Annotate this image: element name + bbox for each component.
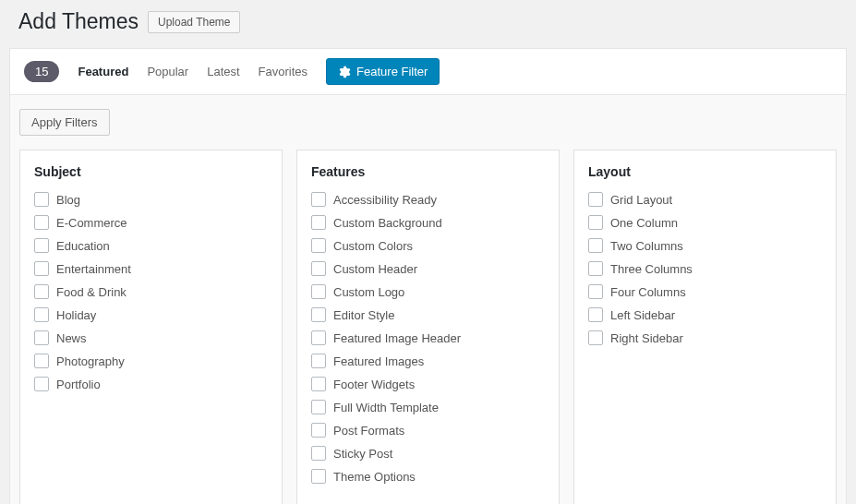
feature-filter-button[interactable]: Feature Filter — [326, 58, 440, 85]
filter-option-label: Grid Layout — [610, 193, 672, 207]
filter-checkbox[interactable] — [311, 354, 326, 368]
filter-checkbox[interactable] — [34, 238, 49, 253]
filter-option[interactable]: Entertainment — [34, 261, 268, 276]
tab-favorites[interactable]: Favorites — [259, 65, 307, 78]
filter-option[interactable]: Blog — [34, 192, 268, 207]
layout-list: Grid LayoutOne ColumnTwo ColumnsThree Co… — [588, 192, 822, 345]
filter-option[interactable]: Four Columns — [588, 284, 822, 299]
filter-checkbox[interactable] — [34, 192, 49, 207]
filter-checkbox[interactable] — [311, 400, 326, 414]
subject-column: Subject BlogE-CommerceEducationEntertain… — [19, 150, 283, 504]
filter-option[interactable]: Grid Layout — [588, 192, 822, 207]
filter-option[interactable]: Featured Image Header — [311, 330, 545, 345]
filter-option-label: Theme Options — [333, 470, 416, 484]
filter-option-label: Holiday — [56, 308, 96, 322]
filter-option[interactable]: E-Commerce — [34, 215, 268, 230]
filter-option[interactable]: Editor Style — [311, 307, 545, 322]
filter-checkbox[interactable] — [34, 215, 49, 230]
filter-option-label: Post Formats — [333, 424, 404, 438]
filter-checkbox[interactable] — [34, 330, 49, 345]
upload-theme-button[interactable]: Upload Theme — [148, 11, 241, 33]
filter-option-label: Food & Drink — [56, 285, 127, 299]
filter-option[interactable]: Custom Colors — [311, 238, 545, 253]
filter-checkbox[interactable] — [311, 192, 326, 207]
filter-option-label: One Column — [610, 216, 678, 230]
feature-filter-label: Feature Filter — [356, 65, 428, 78]
filter-option[interactable]: Holiday — [34, 307, 268, 322]
filter-option-label: Portfolio — [56, 378, 101, 391]
filter-option[interactable]: Left Sidebar — [588, 307, 822, 322]
filter-option-label: Featured Image Header — [333, 331, 461, 345]
filter-option-label: Custom Logo — [333, 285, 404, 299]
filter-checkbox[interactable] — [588, 307, 603, 322]
filter-option-label: Education — [56, 239, 110, 253]
filter-option-label: Full Width Template — [333, 401, 439, 414]
filter-option-label: Custom Background — [333, 216, 442, 230]
layout-title: Layout — [588, 164, 822, 179]
filter-checkbox[interactable] — [311, 238, 326, 253]
filter-checkbox[interactable] — [588, 261, 603, 276]
filter-option[interactable]: Theme Options — [311, 469, 545, 484]
subject-list: BlogE-CommerceEducationEntertainmentFood… — [34, 192, 268, 391]
apply-filters-button-top[interactable]: Apply Filters — [19, 109, 110, 136]
filter-checkbox[interactable] — [311, 284, 326, 299]
filter-option-label: Sticky Post — [333, 447, 392, 461]
filter-checkbox[interactable] — [311, 307, 326, 322]
filter-option-label: Four Columns — [610, 285, 686, 299]
layout-column: Layout Grid LayoutOne ColumnTwo ColumnsT… — [573, 150, 837, 504]
filter-option-label: E-Commerce — [56, 216, 127, 230]
filter-option[interactable]: News — [34, 330, 268, 345]
filter-checkbox[interactable] — [311, 261, 326, 276]
filter-checkbox[interactable] — [311, 423, 326, 438]
filter-option[interactable]: Post Formats — [311, 423, 545, 438]
filter-option[interactable]: Custom Header — [311, 261, 545, 276]
gear-icon — [338, 66, 351, 78]
filter-checkbox[interactable] — [588, 192, 603, 207]
filter-option[interactable]: Photography — [34, 354, 268, 368]
filter-option[interactable]: Sticky Post — [311, 446, 545, 461]
filter-checkbox[interactable] — [311, 469, 326, 484]
filter-option[interactable]: One Column — [588, 215, 822, 230]
filter-option[interactable]: Three Columns — [588, 261, 822, 276]
filter-option[interactable]: Custom Logo — [311, 284, 545, 299]
filter-checkbox[interactable] — [588, 330, 603, 345]
filter-checkbox[interactable] — [34, 354, 49, 368]
filter-option-label: Right Sidebar — [610, 331, 683, 345]
filter-option[interactable]: Featured Images — [311, 354, 545, 368]
filter-option-label: Featured Images — [333, 354, 424, 368]
features-list: Accessibility ReadyCustom BackgroundCust… — [311, 192, 545, 484]
tab-popular[interactable]: Popular — [147, 65, 188, 78]
filter-checkbox[interactable] — [311, 330, 326, 345]
filter-columns: Subject BlogE-CommerceEducationEntertain… — [19, 150, 837, 504]
filter-checkbox[interactable] — [588, 238, 603, 253]
filter-option[interactable]: Education — [34, 238, 268, 253]
filter-option-label: Editor Style — [333, 308, 394, 322]
filter-option[interactable]: Custom Background — [311, 215, 545, 230]
tab-featured[interactable]: Featured — [78, 65, 128, 78]
filter-checkbox[interactable] — [588, 284, 603, 299]
filters-area: Apply Filters Subject BlogE-CommerceEduc… — [9, 95, 847, 504]
filter-checkbox[interactable] — [34, 377, 49, 391]
filter-checkbox[interactable] — [311, 446, 326, 461]
filter-option[interactable]: Portfolio — [34, 377, 268, 391]
filter-option[interactable]: Full Width Template — [311, 400, 545, 414]
filter-option-label: Two Columns — [610, 239, 683, 253]
filter-option-label: Photography — [56, 354, 125, 368]
tab-latest[interactable]: Latest — [207, 65, 239, 78]
theme-count-badge: 15 — [24, 61, 59, 82]
filter-option[interactable]: Two Columns — [588, 238, 822, 253]
filter-checkbox[interactable] — [588, 215, 603, 230]
filter-checkbox[interactable] — [34, 261, 49, 276]
filter-checkbox[interactable] — [311, 215, 326, 230]
filter-checkbox[interactable] — [34, 307, 49, 322]
filter-option[interactable]: Accessibility Ready — [311, 192, 545, 207]
filter-option-label: News — [56, 331, 87, 345]
filter-checkbox[interactable] — [311, 377, 326, 391]
page-header: Add Themes Upload Theme — [0, 0, 856, 48]
filter-option-label: Blog — [56, 193, 80, 207]
filter-checkbox[interactable] — [34, 284, 49, 299]
filter-option[interactable]: Food & Drink — [34, 284, 268, 299]
filter-option[interactable]: Right Sidebar — [588, 330, 822, 345]
filter-option[interactable]: Footer Widgets — [311, 377, 545, 391]
features-title: Features — [311, 164, 545, 179]
